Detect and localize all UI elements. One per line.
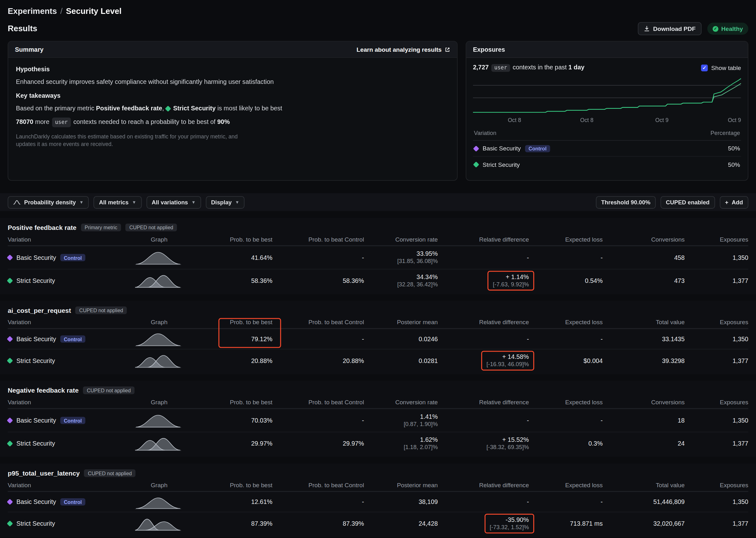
column-headers: VariationGraph Prob. to be bestProb. to … bbox=[8, 479, 748, 492]
exposures-title: Exposures bbox=[473, 46, 505, 53]
basic-security-diamond-icon bbox=[7, 336, 13, 342]
exposures-col-variation: Variation bbox=[474, 130, 496, 136]
cuped-enabled-button[interactable]: CUPED enabled bbox=[661, 196, 715, 208]
results-toolbar: Probability density ▼ All metrics ▼ All … bbox=[0, 193, 756, 211]
download-pdf-label: Download PDF bbox=[653, 25, 696, 32]
exposures-table: Variation Percentage Basic Security Cont… bbox=[473, 127, 741, 173]
metric-title: Positive feedback rate bbox=[8, 224, 76, 231]
variation-name: Basic Security bbox=[17, 498, 56, 506]
external-link-icon bbox=[444, 46, 450, 52]
probability-density-dropdown[interactable]: Probability density ▼ bbox=[8, 196, 89, 208]
summary-title: Summary bbox=[15, 46, 43, 53]
show-table-checkbox[interactable]: ✓ bbox=[701, 64, 708, 71]
healthy-check-icon: ✓ bbox=[713, 26, 718, 31]
display-dropdown[interactable]: Display ▼ bbox=[206, 196, 245, 208]
density-curve-double bbox=[130, 353, 188, 368]
breadcrumb-current: Security Level bbox=[66, 7, 122, 16]
download-pdf-button[interactable]: Download PDF bbox=[638, 22, 701, 35]
table-row: Strict Security 29.97% 29.97% 1.62%[1.18… bbox=[8, 432, 748, 455]
takeaway-primary-metric: Based on the primary metric Positive fee… bbox=[16, 104, 449, 112]
table-row: Basic SecurityControl 12.61% - 38,109 - … bbox=[8, 492, 748, 512]
density-curve-icon bbox=[13, 199, 21, 205]
context-kind-chip: user bbox=[52, 118, 71, 128]
strict-security-diamond-icon bbox=[7, 357, 13, 364]
all-metrics-dropdown[interactable]: All metrics ▼ bbox=[94, 196, 142, 208]
context-kind-chip: user bbox=[491, 64, 510, 72]
density-dropdown-label: Probability density bbox=[24, 199, 76, 205]
exposures-x-axis: Oct 8 Oct 8 Oct 9 Oct 9 bbox=[473, 116, 741, 124]
metric-title: p95_total_user_latency bbox=[8, 469, 80, 477]
plus-icon: + bbox=[725, 199, 728, 205]
summary-card: Summary Learn about analyzing results Hy… bbox=[8, 41, 457, 181]
display-dropdown-label: Display bbox=[211, 199, 232, 205]
exposures-line-chart bbox=[473, 78, 741, 116]
density-curve-single bbox=[130, 413, 188, 428]
metric-title: Negative feedback rate bbox=[8, 387, 79, 394]
variation-name: Strict Security bbox=[17, 440, 55, 447]
learn-about-results-link[interactable]: Learn about analyzing results bbox=[357, 46, 450, 53]
control-badge: Control bbox=[61, 336, 85, 343]
strict-security-diamond-icon bbox=[165, 106, 171, 112]
metric-section-ai-cost: ai_cost_per_request CUPED not applied Va… bbox=[0, 301, 756, 374]
show-table-label: Show table bbox=[711, 64, 741, 71]
exposures-col-percentage: Percentage bbox=[711, 130, 740, 136]
breadcrumb: Experiments/Security Level bbox=[0, 0, 756, 17]
threshold-label: Threshold 90.00% bbox=[601, 199, 650, 205]
strict-security-diamond-icon bbox=[7, 521, 13, 527]
variation-name: Strict Security bbox=[17, 520, 55, 527]
key-takeaways-label: Key takeaways bbox=[16, 91, 449, 100]
variation-name: Basic Security bbox=[17, 336, 56, 343]
basic-security-diamond-icon bbox=[473, 145, 479, 151]
control-badge: Control bbox=[61, 417, 85, 424]
variation-name: Strict Security bbox=[17, 357, 55, 364]
variation-name: Strict Security bbox=[17, 277, 55, 285]
show-table-toggle[interactable]: ✓ Show table bbox=[701, 64, 741, 71]
cuped-label: CUPED enabled bbox=[666, 199, 710, 205]
download-icon bbox=[643, 26, 650, 32]
status-badge-label: Healthy bbox=[721, 25, 743, 32]
cuped-badge: CUPED not applied bbox=[126, 224, 177, 231]
variations-dropdown-label: All variations bbox=[152, 199, 188, 205]
variation-name: Basic Security bbox=[17, 254, 56, 261]
cuped-badge: CUPED not applied bbox=[83, 387, 135, 394]
primary-metric-badge: Primary metric bbox=[81, 224, 121, 231]
table-row: Strict Security 87.39% 87.39% 24,428 -35… bbox=[8, 512, 748, 535]
control-badge: Control bbox=[61, 498, 85, 506]
density-curve-single bbox=[130, 250, 188, 265]
metric-title: ai_cost_per_request bbox=[8, 307, 71, 314]
page: Experiments/Security Level Results Downl… bbox=[0, 0, 756, 538]
variation-name: Basic Security bbox=[17, 417, 56, 424]
all-variations-dropdown[interactable]: All variations ▼ bbox=[146, 196, 201, 208]
chevron-down-icon: ▼ bbox=[192, 200, 196, 204]
breadcrumb-parent[interactable]: Experiments bbox=[8, 7, 57, 16]
hypothesis-label: Hypothesis bbox=[16, 65, 449, 73]
basic-security-diamond-icon bbox=[7, 499, 13, 505]
exposures-card: Exposures 2,727 user contexts in the pas… bbox=[466, 41, 748, 181]
metrics-dropdown-label: All metrics bbox=[99, 199, 129, 205]
column-headers: VariationGraph Prob. to be bestProb. to … bbox=[8, 396, 748, 409]
table-row: Basic SecurityControl 79.12% - 0.0246 - … bbox=[8, 329, 748, 349]
metric-section-positive-feedback: Positive feedback rate Primary metric CU… bbox=[0, 218, 756, 294]
metric-section-p95-latency: p95_total_user_latency CUPED not applied… bbox=[0, 463, 756, 537]
strict-security-diamond-icon bbox=[473, 161, 479, 167]
table-row: Strict Security 58.36% 58.36% 34.34%[32.… bbox=[8, 269, 748, 292]
takeaway-contexts-needed: 78070 more user contexts needed to reach… bbox=[16, 118, 449, 128]
status-badge: ✓ Healthy bbox=[707, 23, 748, 35]
breadcrumb-separator: / bbox=[60, 7, 62, 16]
exposures-row-strict: Strict Security 50% bbox=[473, 157, 741, 173]
table-row: Basic SecurityControl 41.64% - 33.95%[31… bbox=[8, 246, 748, 269]
variation-name: Strict Security bbox=[483, 161, 520, 168]
column-headers: VariationGraph Prob. to be bestProb. to … bbox=[8, 316, 748, 329]
cuped-badge: CUPED not applied bbox=[76, 306, 127, 314]
density-curve-single bbox=[130, 332, 188, 346]
threshold-button[interactable]: Threshold 90.00% bbox=[596, 196, 656, 208]
variation-percentage: 50% bbox=[728, 161, 740, 168]
basic-security-diamond-icon bbox=[7, 417, 13, 423]
control-badge: Control bbox=[525, 145, 550, 152]
table-row: Basic SecurityControl 70.03% - 1.41%[0.8… bbox=[8, 409, 748, 432]
add-metric-button[interactable]: + Add bbox=[720, 196, 748, 208]
cuped-badge: CUPED not applied bbox=[84, 469, 136, 477]
exposures-row-basic: Basic Security Control 50% bbox=[473, 141, 741, 156]
metric-section-negative-feedback: Negative feedback rate CUPED not applied… bbox=[0, 381, 756, 457]
hypothesis-text: Enhanced security improves safety compli… bbox=[16, 78, 449, 86]
